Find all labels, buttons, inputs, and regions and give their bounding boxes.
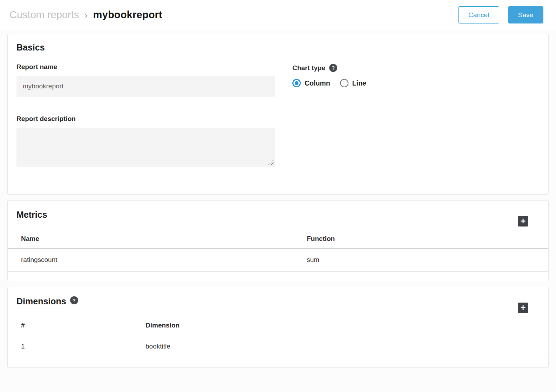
report-name-input[interactable] [16,76,275,97]
table-row[interactable]: ratingscount sum [8,249,548,272]
table-row[interactable]: 1 booktitle [8,335,548,358]
dimensions-help-icon[interactable]: ? [70,296,78,304]
chart-type-label: Chart type ? [292,64,366,72]
chart-type-column-label: Column [305,79,330,87]
dimensions-table: # Dimension 1 booktitle [8,316,548,358]
dimension-number-cell: 1 [8,335,145,358]
report-description-label: Report description [16,115,275,123]
dimensions-card: Dimensions ? + # Dimension 1 booktitle [7,287,549,368]
metrics-col-function: Function [307,230,548,248]
radio-unselected-icon[interactable] [340,79,348,87]
metric-name-cell: ratingscount [8,249,307,271]
dimensions-table-header: # Dimension [8,316,548,335]
breadcrumb-current-report: mybookreport [93,9,162,21]
metrics-title: Metrics [16,210,548,220]
basics-card: Basics Report name Report description Ch… [7,34,549,195]
report-description-textarea[interactable] [16,128,275,167]
add-metric-button[interactable]: + [518,216,528,227]
breadcrumb: Custom reports › mybookreport [9,9,458,21]
save-button[interactable]: Save [508,6,543,23]
page-header: Custom reports › mybookreport Cancel Sav… [0,0,556,30]
metrics-card: Metrics + Name Function ratingscount sum [7,200,549,281]
metrics-col-name: Name [8,230,307,248]
report-name-label: Report name [16,63,275,71]
metric-function-cell: sum [307,249,548,271]
chart-type-option-column[interactable]: Column [292,79,330,87]
chevron-right-icon: › [84,10,87,20]
dimensions-title-text: Dimensions [16,296,66,306]
dimensions-col-number: # [8,316,145,335]
dimension-name-cell: booktitle [145,335,548,358]
dimensions-title: Dimensions ? [16,296,548,306]
breadcrumb-custom-reports-link[interactable]: Custom reports [9,9,79,21]
cancel-button[interactable]: Cancel [458,6,499,23]
metrics-table-header: Name Function [8,230,548,249]
basics-title: Basics [16,42,539,53]
chart-type-option-line[interactable]: Line [340,79,366,87]
chart-type-line-label: Line [352,79,366,87]
dimensions-col-dimension: Dimension [145,316,548,335]
chart-type-label-text: Chart type [292,64,325,72]
add-dimension-button[interactable]: + [518,303,528,313]
radio-selected-icon[interactable] [292,79,301,87]
metrics-table: Name Function ratingscount sum [8,230,548,272]
chart-type-radio-group: Column Line [292,79,366,87]
chart-type-help-icon[interactable]: ? [329,64,337,72]
